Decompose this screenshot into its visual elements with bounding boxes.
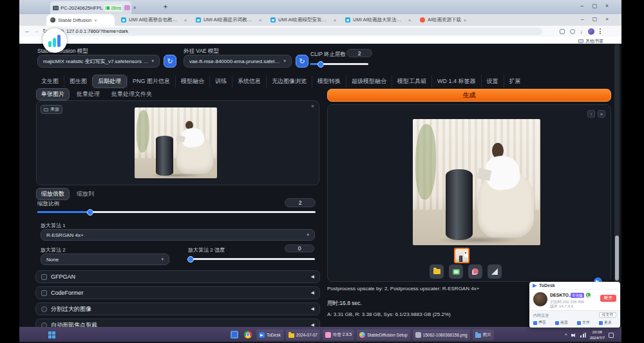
forward-icon[interactable]: → [33,28,39,34]
quick-files-toggle[interactable]: 文件 [577,320,590,326]
tab-system-info[interactable]: 系统信息 [232,75,266,88]
quick-sound-toggle[interactable]: 声音 [533,320,546,326]
tab-png-info[interactable]: PNG 图片信息 [127,75,175,88]
session-new-tab-button[interactable]: + [161,2,170,12]
file-transfer-button[interactable]: 传文件 [599,312,616,318]
profile-avatar[interactable] [588,28,594,35]
source-image[interactable] [135,107,217,178]
clip-skip-slider[interactable] [310,63,368,65]
tab-train[interactable]: 训练 [209,75,232,88]
vae-dropdown[interactable]: vae-ft-mse-840000-ema-pruned.safetensors… [184,55,292,68]
subtab-scale-by[interactable]: 缩放倍数 [36,188,70,200]
checkbox-icon[interactable] [41,306,47,312]
accordion-gfpgan[interactable]: GFPGAN ◀ [35,270,320,283]
browser-tab-2[interactable]: UMI AI绘画提示词教程 - 哔哩哔哩 × [192,14,265,26]
browser-tab-5[interactable]: AI绘画资源下载 × [416,14,475,26]
clock[interactable]: 20:082024/7/7 [590,329,605,340]
close-icon[interactable]: × [605,3,609,9]
upscaler2-strength-value[interactable]: 0 [285,245,314,252]
pinned-app-icon[interactable] [231,331,238,338]
send-to-img2img-button[interactable] [468,264,482,279]
accordion-split-oversized[interactable]: 分割过大的图像 ◀ [35,302,320,315]
todesk-popup-header[interactable]: ToDesk [529,282,620,290]
upscaler2-strength-slider[interactable] [188,258,315,260]
tab-checkpoint-merger[interactable]: 模型融合 [175,75,209,88]
taskbar-item-png[interactable]: 15062-1080366156.png [413,329,470,340]
refresh-model-button[interactable]: ↻ [164,55,176,68]
collapse-arrow-icon[interactable]: ◀ [311,290,314,295]
tab-settings[interactable]: 设置 [481,75,504,88]
notification-icon[interactable] [609,333,614,338]
slider-handle[interactable] [187,256,194,263]
upscaler1-dropdown[interactable]: R-ESRGAN 4x+ ▾ [41,229,315,241]
speaker-icon[interactable] [571,333,576,338]
record-icon[interactable] [124,5,130,10]
close-preview-icon[interactable]: × [598,110,605,118]
session-close-icon[interactable]: × [133,5,136,11]
tab-close-icon[interactable]: × [408,18,411,23]
save-image-button[interactable] [449,264,463,279]
checkbox-icon[interactable] [41,290,47,296]
translate-icon[interactable] [560,29,565,34]
chrome-icon[interactable] [244,331,252,338]
result-image[interactable] [413,119,540,245]
source-image-panel[interactable]: 来源 × [36,100,319,185]
browser-tab-4[interactable]: UMI AI绘画放大算法对比 - 哔哩哔哩 × [341,14,415,26]
collapse-arrow-icon[interactable]: ◀ [311,274,314,279]
clip-skip-value[interactable]: 2 [346,49,372,57]
windows-start-button[interactable] [48,331,55,338]
result-thumbnail[interactable] [454,248,469,263]
browser-tab-1[interactable]: UMI AI绘画整合包教程 - 哔哩哔哩 × [117,14,191,26]
collapse-arrow-icon[interactable]: ◀ [311,306,314,311]
menu-icon[interactable] [600,28,601,34]
subtab-single-image[interactable]: 单张图片 [36,88,70,100]
disconnect-button[interactable]: 断开 [600,295,616,302]
tab-model-converter[interactable]: 模型转换 [312,75,346,88]
taskbar-item-todesk[interactable]: ToDesk [256,329,283,340]
subtab-scale-to[interactable]: 缩放到 [72,189,99,199]
tab-close-icon[interactable]: × [184,18,187,23]
sd-model-dropdown[interactable]: majicMIX realistic 变幻写实_v7.safetensors [… [37,55,160,68]
quick-more-toggle[interactable]: 更多 [599,320,612,326]
session-tab[interactable]: PC-20240625HFPL 28ms × [50,1,131,14]
tray-chevron-icon[interactable]: ^ [565,332,567,338]
tab-close-icon[interactable]: × [259,18,261,23]
upscaler2-dropdown[interactable]: None ▾ [41,254,169,265]
subtab-batch-from-directory[interactable]: 批量处理文件夹 [107,89,156,100]
taskbar-item-setup[interactable]: StableDiffusion Setup [357,329,410,340]
taskbar-item-pictures[interactable]: 图片 [473,329,494,340]
subtab-batch-process[interactable]: 批量处理 [72,89,104,100]
network-icon[interactable] [580,333,586,338]
clear-image-icon[interactable]: × [311,103,314,109]
resize-slider[interactable] [37,211,316,213]
back-icon[interactable]: ← [24,28,30,34]
fullscreen-icon[interactable]: ↑ [587,110,595,118]
refresh-vae-button[interactable]: ↻ [296,55,308,68]
tab-wd14-tagger[interactable]: WD 1.4 标签器 [431,75,481,88]
maximize-icon[interactable]: ▢ [592,3,597,9]
address-bar[interactable]: 127.0.0.1:7860/?theme=dark [55,28,542,35]
tab-model-toolkit[interactable]: 模型工具箱 [392,75,431,88]
send-to-extras-button[interactable] [488,264,502,279]
quick-quality-toggle[interactable]: 画质 [555,320,568,326]
extension-icon[interactable] [570,29,575,34]
tab-close-icon[interactable]: × [94,18,97,23]
checkbox-icon[interactable] [41,274,47,280]
open-folder-button[interactable] [430,264,444,279]
browser-tab-stable-diffusion[interactable]: Stable Diffusion × [46,14,115,26]
tab-txt2img[interactable]: 文生图 [36,75,64,88]
download-icon[interactable]: ↓ [580,29,583,34]
maximize-icon[interactable]: ▢ [592,16,598,22]
minimize-icon[interactable]: – [580,3,583,9]
tab-infinite-image-browser[interactable]: 无边图像浏览 [266,75,312,88]
minimize-icon[interactable]: – [581,16,583,22]
tab-close-icon[interactable]: × [334,18,336,23]
phone-icon[interactable] [586,293,591,297]
resize-value[interactable]: 2 [285,198,316,207]
slider-handle[interactable] [87,209,93,216]
tab-extensions[interactable]: 扩展 [504,75,526,88]
scrollbar-thumb[interactable] [615,236,619,281]
tab-img2img[interactable]: 图生图 [64,75,92,88]
other-bookmarks-button[interactable]: 其他书签 [578,38,603,44]
generate-button[interactable]: 生成 [327,89,611,102]
